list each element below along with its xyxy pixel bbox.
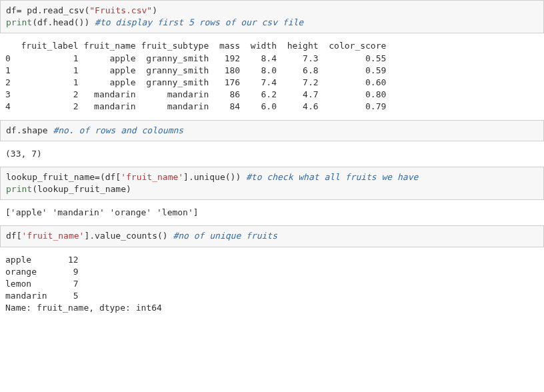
output-cell-2: (33, 7) [0,144,544,167]
code-text: ].value_counts() [84,231,173,241]
string-literal: "Fruits.csv" [89,5,152,15]
code-text: ) [152,5,157,15]
code-text: df[ [6,231,21,241]
code-cell-3[interactable]: lookup_fruit_name=(df['fruit_name'].uniq… [0,167,544,200]
comment: #no. of rows and coloumns [53,125,183,135]
code-text: ].unique()) [183,172,246,182]
code-text: df.shape [6,125,53,135]
output-cell-3: ['apple' 'mandarin' 'orange' 'lemon'] [0,203,544,225]
comment: #to display first 5 rows of our csv file [95,17,303,27]
output-cell-4: apple 12 orange 9 lemon 7 mandarin 5 Nam… [0,250,544,321]
builtin-func: print [6,17,32,27]
code-text: (df.head()) [32,17,95,27]
comment: #no of unique fruits [173,231,277,241]
comment: #to check what all fruits we have [246,172,418,182]
code-text: df= pd.read_csv( [6,5,89,15]
code-cell-4[interactable]: df['fruit_name'].value_counts() #no of u… [0,225,544,247]
code-text: (lookup_fruit_name) [32,184,131,194]
string-literal: 'fruit_name' [21,231,84,241]
builtin-func: print [6,184,32,194]
code-cell-2[interactable]: df.shape #no. of rows and coloumns [0,120,544,141]
code-text: lookup_fruit_name=(df[ [6,172,121,182]
output-cell-1: fruit_label fruit_name fruit_subtype mas… [0,36,544,119]
code-cell-1[interactable]: df= pd.read_csv("Fruits.csv") print(df.h… [0,0,544,33]
string-literal: 'fruit_name' [121,172,183,182]
